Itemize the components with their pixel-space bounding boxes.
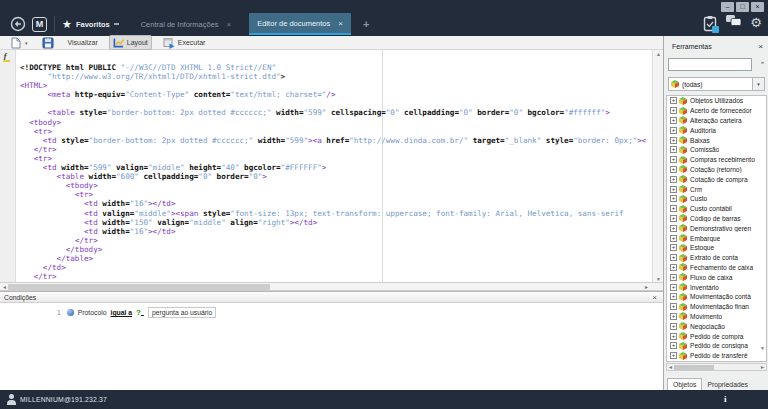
close-conditions-icon[interactable]: ×	[652, 292, 657, 303]
editor-vertical-scrollbar[interactable]: ▲ ▼	[652, 50, 663, 283]
maximize-button[interactable]: □	[736, 2, 749, 12]
expand-icon[interactable]: +	[670, 146, 677, 153]
tree-item[interactable]: + Crm	[667, 184, 766, 194]
scrollbar-thumb[interactable]	[8, 284, 270, 290]
tree-item[interactable]: + Pedido de compra	[667, 331, 766, 341]
tree-item[interactable]: + Auditoria	[667, 125, 766, 135]
chevron-down-icon[interactable]: ▾	[25, 40, 28, 46]
tree-item[interactable]: + Objetos Utilizados	[667, 96, 766, 106]
scroll-right-icon[interactable]: ►	[760, 364, 765, 371]
tab-editor-de-documentos[interactable]: Editor de documentos ×	[249, 13, 351, 35]
chevrons-right-icon[interactable]: »	[761, 59, 764, 65]
tree-item[interactable]: + Inventário	[667, 282, 766, 292]
close-tab-icon[interactable]: ×	[338, 19, 343, 28]
expand-icon[interactable]: +	[670, 137, 677, 144]
new-document-button[interactable]: ▾	[8, 36, 31, 50]
tree-item[interactable]: + Fluxo de caixa	[667, 272, 766, 282]
tree-horizontal-scrollbar[interactable]: ◄ ►	[666, 363, 767, 371]
expand-icon[interactable]: +	[670, 303, 677, 310]
tools-tree[interactable]: ▼ + Objetos Utilizados + Acerto de forne…	[666, 95, 767, 362]
clipboard-icon[interactable]	[703, 15, 717, 32]
tree-scroll-down-icon[interactable]: ▼	[760, 345, 765, 351]
condition-operator[interactable]: igual a	[111, 309, 133, 316]
expand-icon[interactable]: +	[670, 274, 677, 281]
tree-item[interactable]: + Acerto de fornecedor	[667, 106, 766, 116]
expand-icon[interactable]: +	[670, 264, 677, 271]
scroll-left-icon[interactable]: ◄	[668, 364, 673, 371]
dropdown-arrow-icon[interactable]: ▾	[752, 78, 764, 90]
tree-item[interactable]: + Movimentação finan	[667, 302, 766, 312]
tree-item[interactable]: + Cotação de compra	[667, 174, 766, 184]
tree-item[interactable]: + Alteração carteira	[667, 116, 766, 126]
expand-icon[interactable]: +	[670, 117, 677, 124]
tree-item[interactable]: + Movimentação contá	[667, 292, 766, 302]
expand-icon[interactable]: +	[670, 323, 677, 330]
close-window-button[interactable]: ×	[751, 2, 764, 12]
scrollbar-thumb[interactable]	[674, 365, 714, 370]
expand-icon[interactable]: +	[670, 176, 677, 183]
expand-icon[interactable]: +	[670, 195, 677, 202]
condition-value[interactable]: pergunta ao usuário	[148, 307, 216, 318]
condition-row[interactable]: 1 Protocolo igual a ? pergunta ao usuári…	[57, 307, 663, 318]
tree-item[interactable]: + Compras recebimento	[667, 155, 766, 165]
scroll-up-icon[interactable]: ▲	[653, 51, 663, 57]
expand-icon[interactable]: +	[670, 254, 677, 261]
expand-icon[interactable]: +	[670, 313, 677, 320]
expand-icon[interactable]: +	[670, 97, 677, 104]
tree-item[interactable]: + Comissão	[667, 145, 766, 155]
executar-button[interactable]: Executar	[160, 36, 209, 50]
tree-item[interactable]: + Demonstrativo geren	[667, 223, 766, 233]
expand-icon[interactable]: +	[670, 342, 677, 349]
tree-item[interactable]: + Negociação	[667, 321, 766, 331]
scroll-right-icon[interactable]: ►	[644, 283, 649, 291]
expand-icon[interactable]: +	[670, 235, 677, 242]
code-lines[interactable]: <!DOCTYPE html PUBLIC "-//W3C//DTD XHTML…	[20, 63, 651, 282]
tree-item[interactable]: + Embarque	[667, 233, 766, 243]
tree-item[interactable]: + Custo contábil	[667, 204, 766, 214]
expand-icon[interactable]: +	[670, 205, 677, 212]
tree-item[interactable]: + Código de barras	[667, 214, 766, 224]
scroll-down-icon[interactable]: ▼	[653, 276, 663, 282]
tree-item[interactable]: + Pedido de transferê	[667, 351, 766, 361]
minimize-button[interactable]: –	[721, 2, 734, 12]
tools-search-input[interactable]	[668, 58, 752, 71]
tab-central-de-informacoes[interactable]: Central de Informações ×	[133, 13, 240, 35]
tree-item[interactable]: + Baixas	[667, 135, 766, 145]
expand-icon[interactable]: +	[670, 352, 677, 359]
close-sidebar-icon[interactable]: ×	[758, 40, 763, 54]
expand-icon[interactable]: +	[670, 127, 677, 134]
save-button[interactable]	[39, 36, 57, 50]
info-icon[interactable]: i	[724, 394, 727, 404]
scroll-left-icon[interactable]: ◄	[2, 283, 7, 291]
expand-icon[interactable]: +	[670, 156, 677, 163]
visualizar-button[interactable]: Visualizar	[65, 38, 101, 47]
app-logo[interactable]: M	[32, 17, 47, 32]
expand-icon[interactable]: +	[670, 225, 677, 232]
favorites-menu[interactable]: Favoritos	[76, 20, 110, 29]
tree-item[interactable]: + Estoque	[667, 243, 766, 253]
close-tab-icon[interactable]: ×	[227, 20, 232, 29]
layout-button[interactable]: Layout	[109, 35, 152, 50]
expand-icon[interactable]: +	[670, 107, 677, 114]
tree-item[interactable]: + Pedido de consigna	[667, 341, 766, 351]
new-tab-button[interactable]: +	[363, 18, 369, 30]
tree-item[interactable]: + Extrato de conta	[667, 253, 766, 263]
expand-icon[interactable]: +	[670, 284, 677, 291]
tab-objetos[interactable]: Objetos	[667, 378, 702, 390]
tab-propriedades[interactable]: Propriedades	[702, 379, 752, 390]
expand-icon[interactable]: +	[670, 293, 677, 300]
expand-icon[interactable]: +	[670, 166, 677, 173]
tree-item[interactable]: + Fechamento de caixa	[667, 263, 766, 273]
editor-horizontal-scrollbar[interactable]: ◄ ►	[0, 283, 663, 291]
expand-icon[interactable]: +	[670, 215, 677, 222]
tree-item[interactable]: + Cotação (retorno)	[667, 165, 766, 175]
tree-item[interactable]: + Custo	[667, 194, 766, 204]
gear-icon[interactable]: ⚙	[750, 16, 762, 30]
expand-icon[interactable]: +	[670, 186, 677, 193]
code-editor[interactable]: ƒ <!DOCTYPE html PUBLIC "-//W3C//DTD XHT…	[0, 50, 663, 283]
expand-icon[interactable]: +	[670, 244, 677, 251]
back-button[interactable]	[10, 16, 26, 32]
tools-filter-dropdown[interactable]: (todas) ▾	[668, 77, 765, 91]
tree-item[interactable]: + Movimento	[667, 312, 766, 322]
chat-icon[interactable]	[725, 14, 742, 32]
